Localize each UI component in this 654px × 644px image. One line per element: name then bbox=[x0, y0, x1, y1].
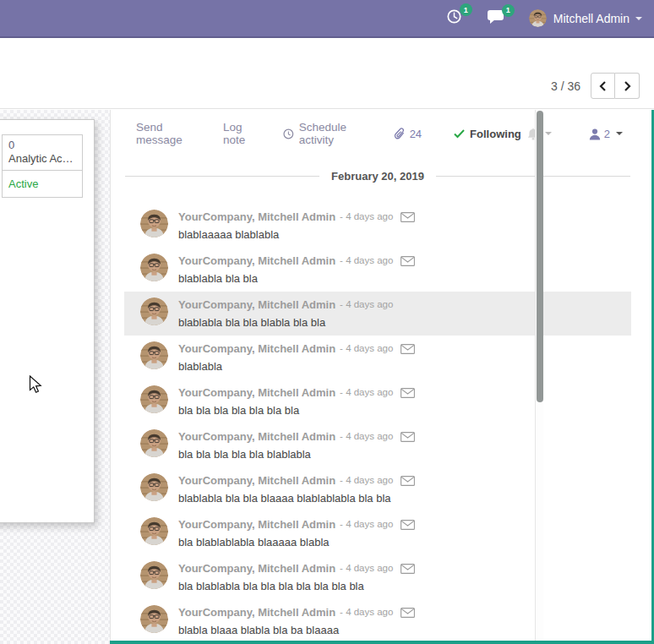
viewport-edge-bottom bbox=[110, 641, 654, 644]
envelope-icon[interactable] bbox=[401, 476, 415, 486]
message-author[interactable]: YourCompany, Mitchell Admin bbox=[178, 605, 335, 619]
message-body: blablabla bbox=[178, 359, 415, 374]
chevron-down-icon[interactable] bbox=[616, 132, 623, 139]
user-menu[interactable]: Mitchell Admin bbox=[529, 9, 642, 27]
check-icon bbox=[454, 129, 465, 139]
message-body: blabla blaaa blabla bla ba blaaaa bbox=[178, 623, 415, 637]
activities-menu[interactable]: 1 bbox=[446, 8, 462, 28]
stat-label: Analytic Acc... bbox=[8, 152, 76, 166]
message-row[interactable]: YourCompany, Mitchell Admin - 4 days ago… bbox=[124, 511, 631, 555]
attachments-button[interactable]: 24 bbox=[394, 127, 422, 140]
scrollbar bbox=[535, 110, 543, 644]
envelope-icon[interactable] bbox=[401, 344, 415, 354]
schedule-activity-button[interactable]: Schedule activity bbox=[283, 121, 372, 146]
activity-count-badge: 1 bbox=[460, 3, 472, 16]
active-status: Active bbox=[3, 170, 82, 197]
message-row[interactable]: YourCompany, Mitchell Admin - 4 days ago… bbox=[124, 248, 631, 292]
date-divider: February 20, 2019 bbox=[125, 168, 630, 183]
attachments-count: 24 bbox=[410, 128, 422, 140]
envelope-icon[interactable] bbox=[401, 608, 415, 618]
message-timestamp: - 4 days ago bbox=[340, 561, 393, 576]
stat-value: 0 bbox=[8, 139, 76, 152]
message-row[interactable]: YourCompany, Mitchell Admin - 4 days ago… bbox=[124, 204, 631, 248]
message-list: YourCompany, Mitchell Admin - 4 days ago… bbox=[124, 204, 631, 643]
message-body: bla bla bla bla bla blablabla bbox=[178, 447, 415, 461]
message-body: bla blablablabla blaaaaa blabla bbox=[178, 535, 415, 549]
envelope-icon[interactable] bbox=[401, 256, 415, 266]
message-author[interactable]: YourCompany, Mitchell Admin bbox=[178, 385, 335, 400]
scrollbar-thumb[interactable] bbox=[537, 111, 543, 402]
message-body: blablabla bla bla bbox=[178, 271, 415, 286]
message-body: blablabla bla bla blaaaa blablablabla bl… bbox=[178, 491, 415, 505]
avatar bbox=[140, 517, 168, 545]
message-author[interactable]: YourCompany, Mitchell Admin bbox=[178, 210, 335, 224]
followers-count: 2 bbox=[604, 128, 610, 140]
message-row[interactable]: YourCompany, Mitchell Admin - 4 days ago… bbox=[124, 599, 631, 643]
message-author[interactable]: YourCompany, Mitchell Admin bbox=[178, 473, 335, 488]
message-timestamp: - 4 days ago bbox=[340, 517, 393, 532]
pager-value[interactable]: 3 / 36 bbox=[551, 79, 580, 93]
top-navbar: 1 1 Mitchell Admin bbox=[0, 0, 654, 38]
avatar bbox=[140, 341, 168, 369]
message-author[interactable]: YourCompany, Mitchell Admin bbox=[178, 517, 335, 532]
message-timestamp: - 4 days ago bbox=[340, 254, 393, 268]
stat-button-analytic-accounts[interactable]: 0 Analytic Acc... bbox=[3, 135, 82, 170]
message-author[interactable]: YourCompany, Mitchell Admin bbox=[178, 429, 335, 444]
message-timestamp: - 4 days ago bbox=[340, 605, 393, 619]
messaging-menu[interactable]: 1 bbox=[487, 9, 504, 28]
message-row[interactable]: YourCompany, Mitchell Admin - 4 days ago… bbox=[124, 292, 631, 336]
chevron-down-icon[interactable] bbox=[545, 132, 552, 139]
message-timestamp: - 4 days ago bbox=[340, 297, 393, 312]
avatar bbox=[140, 605, 168, 633]
envelope-icon[interactable] bbox=[401, 388, 415, 398]
message-row[interactable]: YourCompany, Mitchell Admin - 4 days ago… bbox=[124, 336, 631, 379]
message-author[interactable]: YourCompany, Mitchell Admin bbox=[178, 341, 335, 356]
pager-next-button[interactable] bbox=[615, 73, 640, 99]
paperclip-icon bbox=[394, 127, 406, 140]
message-timestamp: - 4 days ago bbox=[340, 210, 393, 224]
envelope-icon[interactable] bbox=[401, 564, 415, 574]
mouse-cursor bbox=[29, 375, 43, 398]
message-row[interactable]: YourCompany, Mitchell Admin - 4 days ago… bbox=[124, 467, 631, 511]
message-body: bla bla bla bla bla bla bla bbox=[178, 403, 415, 418]
message-author[interactable]: YourCompany, Mitchell Admin bbox=[178, 297, 335, 312]
message-row[interactable]: YourCompany, Mitchell Admin - 4 days ago… bbox=[124, 379, 631, 423]
chevron-down-icon bbox=[635, 17, 642, 24]
followers-button[interactable]: 2 bbox=[589, 128, 623, 140]
pager: 3 / 36 bbox=[551, 73, 640, 99]
envelope-icon[interactable] bbox=[401, 212, 415, 222]
person-icon bbox=[589, 128, 601, 140]
avatar bbox=[140, 385, 168, 413]
left-backdrop: 0 Analytic Acc... Active bbox=[0, 110, 110, 644]
message-row[interactable]: YourCompany, Mitchell Admin - 4 days ago… bbox=[124, 423, 631, 467]
envelope-icon[interactable] bbox=[401, 432, 415, 442]
date-label: February 20, 2019 bbox=[331, 170, 424, 183]
avatar bbox=[140, 210, 168, 237]
message-timestamp: - 4 days ago bbox=[340, 341, 393, 356]
avatar bbox=[140, 297, 168, 325]
chatter: Send message Log note Schedule activity … bbox=[110, 110, 645, 644]
control-panel: 3 / 36 bbox=[0, 40, 654, 109]
message-author[interactable]: YourCompany, Mitchell Admin bbox=[178, 254, 335, 268]
message-body: blablaaaaa blablabla bbox=[178, 227, 415, 242]
message-row[interactable]: YourCompany, Mitchell Admin - 4 days ago… bbox=[124, 555, 631, 599]
following-label: Following bbox=[470, 128, 521, 140]
avatar bbox=[140, 429, 168, 457]
avatar bbox=[140, 254, 168, 281]
avatar bbox=[140, 561, 168, 589]
message-author[interactable]: YourCompany, Mitchell Admin bbox=[178, 561, 335, 576]
message-timestamp: - 4 days ago bbox=[340, 473, 393, 488]
message-body: blablabla bla bla blabla bla bla bbox=[178, 315, 393, 330]
message-count-badge: 1 bbox=[502, 4, 515, 17]
envelope-icon[interactable] bbox=[401, 520, 415, 530]
pager-previous-button[interactable] bbox=[591, 73, 615, 99]
chatter-toolbar: Send message Log note Schedule activity … bbox=[111, 110, 645, 142]
form-card: 0 Analytic Acc... Active bbox=[0, 119, 95, 523]
avatar bbox=[140, 473, 168, 501]
clock-icon bbox=[283, 128, 294, 140]
user-name: Mitchell Admin bbox=[553, 12, 629, 25]
user-avatar bbox=[529, 9, 547, 27]
send-message-button[interactable]: Send message bbox=[136, 121, 201, 146]
message-timestamp: - 4 days ago bbox=[340, 385, 393, 400]
log-note-button[interactable]: Log note bbox=[223, 121, 261, 146]
